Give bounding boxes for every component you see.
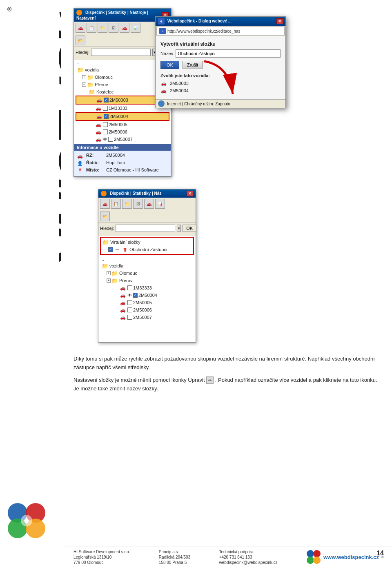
tree-item-obchodni[interactable]: ✓ ✏ 🗑 Obchodní Zástupci — [102, 246, 192, 253]
tree-label: Kostelec — [96, 89, 114, 94]
tree-label: Olomouc — [95, 75, 113, 80]
toolbar-btn-2[interactable]: 📋 — [87, 23, 96, 33]
toolbar-btn-6[interactable]: 📊 — [131, 23, 140, 33]
car-icon: 🚗 — [96, 97, 102, 103]
checkbox-unchecked[interactable] — [103, 106, 108, 111]
search-input-2[interactable] — [116, 225, 175, 232]
edit-icon: ✏ — [114, 246, 120, 253]
checkbox[interactable]: ✓ — [108, 247, 113, 252]
tree-item-2m50004[interactable]: 🚗 ✓ 2M50004 — [76, 112, 169, 121]
checkbox[interactable] — [103, 129, 108, 134]
form-row-nazev: Název — [160, 49, 281, 58]
car-icon: 🚗 — [120, 307, 126, 313]
support-email: webdispecink@webdispecink.cz — [219, 560, 278, 565]
checkbox[interactable] — [127, 315, 132, 320]
folder-icon: 📁 — [111, 277, 118, 284]
checkbox-checked[interactable]: ✓ — [104, 98, 109, 102]
car-icon: 🚗 — [95, 136, 102, 143]
expand-icon[interactable]: + — [82, 75, 86, 79]
car-icon: 🚗 — [160, 80, 167, 87]
search-label: Hledej: — [76, 50, 89, 55]
tree-label: 2M50004 — [138, 293, 157, 298]
tree-item-2m50005[interactable]: 🚗 2M50005 — [76, 121, 169, 128]
toolbar-btn-1[interactable]: 🚗 — [100, 199, 110, 209]
eye-icon: 👁 — [127, 293, 132, 298]
tree-item-2m50006[interactable]: 🚗 2M50006 — [76, 128, 169, 136]
screenshot2-container: Dispečink | Statistiky | Nás ✕ 🚗 📋 📁 ☑ 🚗… — [98, 189, 380, 343]
tree-label: Obchodní Zástupci — [129, 247, 167, 252]
titlebar-buttons: ✕ — [187, 191, 193, 196]
rz-value: 2M50004 — [106, 153, 125, 159]
company2-addr2: 158 00 Praha 5 — [159, 560, 190, 565]
svg-point-7 — [313, 550, 321, 557]
toolbar-btn-3[interactable]: 📁 — [98, 23, 107, 33]
toolbar-btn-6[interactable]: 📊 — [155, 199, 165, 209]
search-ok-button-2[interactable]: OK — [183, 225, 196, 232]
tree-item-olomouc-2[interactable]: + 📁 Olomouc — [100, 270, 194, 277]
tree-item-vfolder[interactable]: 📁 Virtuální složky — [102, 238, 192, 246]
connector: ·· — [77, 61, 80, 66]
toolbar-btn-5[interactable]: 🚗 — [144, 199, 154, 209]
main-window-title: Dispečink | Statistiky | Nástroje | Nast… — [76, 10, 148, 20]
toolbar-btn-2[interactable]: 📋 — [111, 199, 121, 209]
search-bar-2: Hledej: ▼ OK — [98, 223, 196, 234]
footer-logo: www.webdispecink.cz ® — [306, 550, 384, 564]
tree-label: Olomouc — [119, 271, 137, 276]
tree-item-2m50007-2[interactable]: 🚗 2M50007 — [100, 314, 194, 321]
checkbox-checked[interactable]: ✓ — [104, 114, 109, 119]
tree-item-vozidla-2[interactable]: 📁 vozidla — [100, 262, 194, 270]
checkbox[interactable] — [127, 285, 132, 290]
logo-area — [6, 501, 51, 539]
checkbox[interactable] — [108, 137, 113, 142]
toolbar-btn-5[interactable]: 🚗 — [120, 23, 129, 33]
second-window-title: Dispečink | Statistiky | Nás — [110, 191, 162, 196]
close-button[interactable]: ✕ — [187, 191, 193, 196]
checkbox-checked[interactable]: ✓ — [133, 293, 138, 298]
tree-item-dots[interactable]: .. — [100, 256, 194, 262]
car-icon: 🚗 — [120, 292, 126, 298]
search-label-2: Hledej: — [100, 226, 114, 231]
svg-point-5 — [21, 515, 32, 526]
tree-item-1m33333-2[interactable]: 🚗 1M33333 — [100, 284, 194, 292]
nazev-label: Název — [160, 51, 173, 56]
folder-btn[interactable]: 📂 — [76, 36, 85, 45]
tree-item-2m50006-2[interactable]: 🚗 2M50006 — [100, 306, 194, 314]
tree-item-2m50007[interactable]: 🚗 👁 2M50007 — [76, 136, 169, 143]
dialog-title: Webdispečink - Dialog webové ... — [167, 19, 232, 23]
vehicle-id: 2M50003 — [170, 81, 189, 86]
checkbox[interactable] — [103, 122, 108, 127]
folder-icon: 📁 — [77, 67, 84, 73]
search-dropdown-2[interactable]: ▼ — [177, 225, 181, 232]
expand-icon[interactable]: + — [107, 271, 111, 275]
dialog-cancel-button[interactable]: Zrušit — [183, 61, 203, 69]
tree-item-prerov-2[interactable]: + 📁 Přerov — [100, 277, 194, 284]
tree-label: Virtuální složky — [110, 240, 140, 245]
tree-item-2m50004-2[interactable]: 🚗 👁 ✓ 2M50004 — [100, 292, 194, 299]
tree-label: Přerov — [95, 82, 108, 87]
footer-col-company1: HI Software Development s.r.o. Legionářs… — [74, 550, 130, 565]
expand-icon[interactable]: + — [107, 278, 111, 283]
checkbox[interactable] — [127, 307, 132, 312]
toolbar-btn-1[interactable]: 🚗 — [76, 23, 85, 33]
tree-view-2: 📁 Virtuální složky ✓ ✏ 🗑 Obchodní Zástup… — [98, 236, 196, 342]
toolbar-btn-4[interactable]: ☑ — [109, 23, 118, 33]
driver-icon: 👤 — [77, 160, 83, 167]
dialog-ok-button[interactable]: OK — [160, 61, 179, 69]
company2-name: Princip a.s. — [159, 550, 190, 554]
toolbar-btn-4[interactable]: ☑ — [133, 199, 143, 209]
folder-btn2[interactable]: 📂 — [100, 212, 110, 221]
tree-item-2m50005-2[interactable]: 🚗 2M50005 — [100, 299, 194, 306]
company2-addr1: Radlická 204/503 — [159, 555, 190, 559]
tree-label: 1M33333 — [109, 106, 127, 111]
tree-label: vozidla — [109, 263, 123, 268]
nazev-input[interactable] — [176, 49, 281, 58]
folder-icon: 📁 — [87, 74, 94, 80]
checkbox[interactable] — [127, 300, 132, 305]
tree-label: 2M50005 — [133, 300, 152, 305]
toolbar-btn-3[interactable]: 📁 — [122, 199, 132, 209]
expand-icon[interactable]: − — [82, 82, 86, 87]
dialog-close-button[interactable]: ✕ — [276, 18, 283, 24]
support-title: Technická podpora: — [219, 550, 278, 554]
search-input[interactable] — [91, 49, 151, 56]
dialog-titlebar: e Webdispečink - Dialog webové ... ✕ — [156, 17, 285, 26]
